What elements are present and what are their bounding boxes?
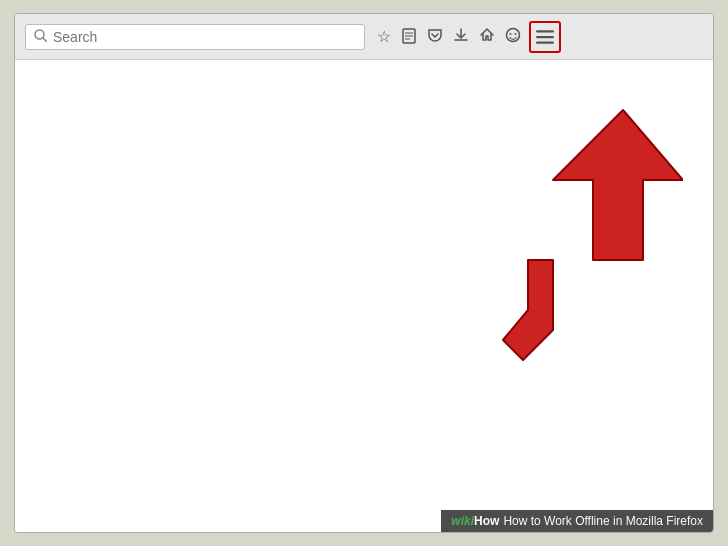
red-arrow-indicator bbox=[423, 100, 683, 380]
hamburger-menu-icon bbox=[536, 28, 554, 46]
browser-toolbar: ☆ bbox=[15, 14, 713, 60]
reader-icon[interactable] bbox=[401, 28, 417, 46]
footer-title: How to Work Offline in Mozilla Firefox bbox=[503, 514, 703, 528]
pocket-icon[interactable] bbox=[427, 27, 443, 46]
svg-line-1 bbox=[43, 38, 47, 42]
svg-point-9 bbox=[510, 33, 512, 35]
search-icon bbox=[34, 29, 47, 45]
browser-content: wikiHow How to Work Offline in Mozilla F… bbox=[15, 60, 713, 532]
search-input[interactable] bbox=[53, 29, 356, 45]
menu-button[interactable] bbox=[529, 21, 561, 53]
bookmark-icon[interactable]: ☆ bbox=[377, 29, 391, 45]
smiley-icon[interactable] bbox=[505, 27, 521, 46]
toolbar-icons: ☆ bbox=[377, 27, 521, 46]
svg-marker-15 bbox=[503, 260, 553, 360]
wikihow-logo: wikiHow bbox=[451, 514, 499, 528]
wikihow-footer: wikiHow How to Work Offline in Mozilla F… bbox=[441, 510, 713, 532]
search-bar[interactable] bbox=[25, 24, 365, 50]
browser-window: ☆ bbox=[14, 13, 714, 533]
download-icon[interactable] bbox=[453, 27, 469, 46]
svg-marker-14 bbox=[553, 110, 683, 260]
svg-point-10 bbox=[515, 33, 517, 35]
home-icon[interactable] bbox=[479, 27, 495, 46]
